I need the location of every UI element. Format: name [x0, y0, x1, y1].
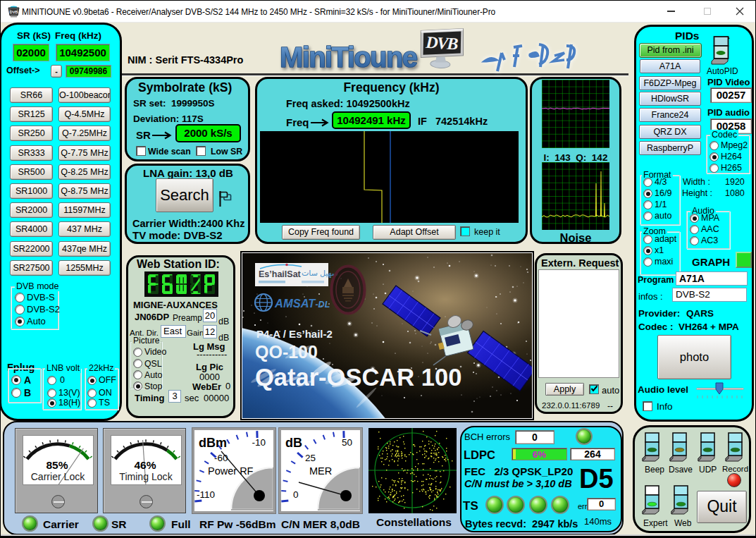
svg-text:DVB: DVB: [10, 10, 18, 14]
svg-text:Carrier Lock: Carrier Lock: [31, 471, 86, 482]
svg-text:46%: 46%: [134, 459, 156, 471]
svg-text:سهيل سات: سهيل سات: [302, 269, 338, 278]
svg-text:Es’hailSat: Es’hailSat: [259, 269, 302, 279]
svg-text:85%: 85%: [46, 459, 68, 471]
svg-text:-10: -10: [252, 437, 266, 448]
svg-text:-110: -110: [197, 489, 215, 500]
svg-text:0: 0: [293, 489, 299, 500]
svg-text:MER: MER: [309, 465, 332, 477]
svg-text:-60: -60: [214, 453, 228, 463]
svg-text:Power RF: Power RF: [208, 465, 254, 477]
svg-text:QO-100: QO-100: [255, 342, 318, 362]
svg-text:DVB: DVB: [425, 33, 459, 53]
svg-text:dB: dB: [285, 436, 302, 450]
svg-text:P4-A / Es’hail-2: P4-A / Es’hail-2: [256, 328, 333, 340]
svg-text:Qatar-OSCAR 100: Qatar-OSCAR 100: [255, 364, 461, 391]
svg-text:Timing Lock: Timing Lock: [119, 471, 173, 482]
svg-text:MiniTioune: MiniTioune: [280, 42, 418, 73]
svg-text:50: 50: [342, 437, 352, 448]
svg-text:25: 25: [305, 453, 316, 463]
svg-text:dBm: dBm: [199, 436, 227, 450]
